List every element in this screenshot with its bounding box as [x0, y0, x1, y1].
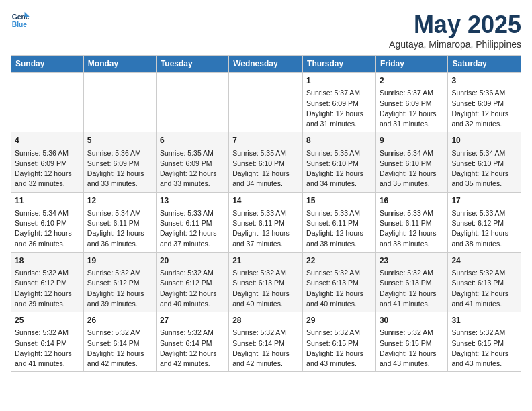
calendar-cell: 15Sunrise: 5:33 AMSunset: 6:11 PMDayligh… — [303, 192, 376, 252]
day-number: 8 — [306, 135, 372, 146]
title-block: May 2025 Agutaya, Mimaropa, Philippines — [389, 11, 521, 50]
calendar-cell — [83, 73, 156, 132]
calendar-cell: 26Sunrise: 5:32 AMSunset: 6:14 PMDayligh… — [83, 312, 156, 372]
day-info: Sunset: 6:14 PM — [87, 338, 152, 349]
day-info: Sunrise: 5:32 AM — [451, 328, 517, 338]
day-info: and 32 minutes. — [451, 119, 517, 129]
day-info: Sunrise: 5:32 AM — [306, 268, 372, 278]
day-info: Sunset: 6:09 PM — [160, 158, 225, 169]
col-header-tuesday: Tuesday — [156, 56, 228, 73]
day-info: Sunset: 6:11 PM — [160, 218, 225, 228]
day-number: 7 — [232, 135, 299, 146]
day-number: 31 — [451, 315, 517, 326]
day-info: Sunset: 6:14 PM — [15, 338, 80, 349]
day-info: Sunset: 6:11 PM — [380, 218, 444, 228]
day-info: Sunset: 6:09 PM — [87, 158, 152, 169]
day-info: Sunrise: 5:32 AM — [232, 268, 299, 278]
calendar-cell: 14Sunrise: 5:33 AMSunset: 6:11 PMDayligh… — [229, 192, 303, 252]
day-info: Sunrise: 5:35 AM — [306, 148, 372, 158]
day-info: and 40 minutes. — [160, 299, 225, 309]
day-info: Daylight: 12 hours — [306, 289, 372, 299]
day-info: Sunset: 6:13 PM — [232, 278, 299, 288]
day-info: Daylight: 12 hours — [451, 169, 517, 179]
day-info: and 42 minutes. — [87, 359, 152, 369]
col-header-monday: Monday — [83, 56, 156, 73]
day-info: Daylight: 12 hours — [451, 109, 517, 119]
day-info: and 35 minutes. — [380, 179, 444, 189]
day-info: Sunset: 6:09 PM — [306, 99, 372, 109]
day-info: Daylight: 12 hours — [87, 228, 152, 238]
day-info: and 42 minutes. — [232, 359, 299, 369]
calendar-cell: 19Sunrise: 5:32 AMSunset: 6:12 PMDayligh… — [83, 252, 156, 312]
day-info: Sunset: 6:09 PM — [380, 99, 444, 109]
calendar-cell: 20Sunrise: 5:32 AMSunset: 6:12 PMDayligh… — [156, 252, 228, 312]
day-info: and 43 minutes. — [451, 359, 517, 369]
day-number: 16 — [380, 195, 444, 207]
day-info: Daylight: 12 hours — [380, 289, 444, 299]
day-number: 26 — [87, 315, 152, 326]
day-info: Sunset: 6:11 PM — [232, 218, 299, 228]
svg-text:Blue: Blue — [12, 21, 28, 28]
day-info: Sunrise: 5:33 AM — [306, 208, 372, 218]
day-info: Sunrise: 5:35 AM — [160, 148, 225, 158]
calendar-cell: 11Sunrise: 5:34 AMSunset: 6:10 PMDayligh… — [11, 192, 84, 252]
location-subtitle: Agutaya, Mimaropa, Philippines — [389, 39, 521, 50]
calendar-cell: 29Sunrise: 5:32 AMSunset: 6:15 PMDayligh… — [303, 312, 376, 372]
day-info: and 41 minutes. — [380, 299, 444, 309]
day-info: Daylight: 12 hours — [306, 169, 372, 179]
day-info: Sunrise: 5:33 AM — [160, 208, 225, 218]
day-info: Daylight: 12 hours — [306, 228, 372, 238]
day-info: and 37 minutes. — [160, 239, 225, 249]
day-info: and 38 minutes. — [380, 239, 444, 249]
calendar-cell — [11, 73, 84, 132]
day-info: Sunrise: 5:37 AM — [380, 88, 444, 98]
calendar-cell: 16Sunrise: 5:33 AMSunset: 6:11 PMDayligh… — [375, 192, 447, 252]
day-info: Sunrise: 5:32 AM — [306, 328, 372, 338]
day-info: Sunrise: 5:32 AM — [380, 328, 444, 338]
day-info: and 40 minutes. — [306, 299, 372, 309]
calendar-cell: 8Sunrise: 5:35 AMSunset: 6:10 PMDaylight… — [303, 132, 376, 192]
day-info: Sunset: 6:14 PM — [160, 338, 225, 349]
day-info: and 40 minutes. — [232, 299, 299, 309]
day-number: 12 — [87, 195, 152, 207]
day-number: 18 — [15, 255, 80, 267]
day-info: Daylight: 12 hours — [306, 109, 372, 119]
day-info: and 36 minutes. — [87, 239, 152, 249]
day-info: Daylight: 12 hours — [15, 289, 80, 299]
day-info: Sunrise: 5:32 AM — [232, 328, 299, 338]
day-info: Daylight: 12 hours — [15, 169, 80, 179]
calendar-cell: 3Sunrise: 5:36 AMSunset: 6:09 PMDaylight… — [448, 73, 521, 132]
day-info: Sunrise: 5:33 AM — [380, 208, 444, 218]
day-info: Daylight: 12 hours — [87, 169, 152, 179]
day-number: 28 — [232, 315, 299, 326]
day-info: Sunrise: 5:35 AM — [232, 148, 299, 158]
day-info: Daylight: 12 hours — [451, 228, 517, 238]
day-info: Daylight: 12 hours — [232, 169, 299, 179]
day-info: Sunset: 6:10 PM — [451, 158, 517, 169]
day-info: Daylight: 12 hours — [380, 349, 444, 359]
day-info: Sunset: 6:10 PM — [380, 158, 444, 169]
day-info: Daylight: 12 hours — [15, 349, 80, 359]
day-info: Daylight: 12 hours — [380, 169, 444, 179]
day-info: and 39 minutes. — [15, 299, 80, 309]
day-info: and 38 minutes. — [306, 239, 372, 249]
day-info: Daylight: 12 hours — [232, 349, 299, 359]
calendar-cell — [229, 73, 303, 132]
day-info: Daylight: 12 hours — [306, 349, 372, 359]
day-info: Daylight: 12 hours — [232, 228, 299, 238]
calendar-cell: 27Sunrise: 5:32 AMSunset: 6:14 PMDayligh… — [156, 312, 228, 372]
calendar-cell: 4Sunrise: 5:36 AMSunset: 6:09 PMDaylight… — [11, 132, 84, 192]
logo: General Blue — [11, 11, 30, 30]
day-info: Sunrise: 5:34 AM — [451, 148, 517, 158]
calendar-cell: 28Sunrise: 5:32 AMSunset: 6:14 PMDayligh… — [229, 312, 303, 372]
col-header-friday: Friday — [375, 56, 447, 73]
calendar-cell: 22Sunrise: 5:32 AMSunset: 6:13 PMDayligh… — [303, 252, 376, 312]
day-info: Sunset: 6:15 PM — [306, 338, 372, 349]
logo-icon: General Blue — [11, 11, 30, 30]
day-info: Daylight: 12 hours — [380, 228, 444, 238]
day-number: 23 — [380, 255, 444, 267]
day-number: 27 — [160, 315, 225, 326]
day-info: Daylight: 12 hours — [451, 289, 517, 299]
day-info: Sunrise: 5:33 AM — [451, 208, 517, 218]
day-info: and 33 minutes. — [160, 179, 225, 189]
